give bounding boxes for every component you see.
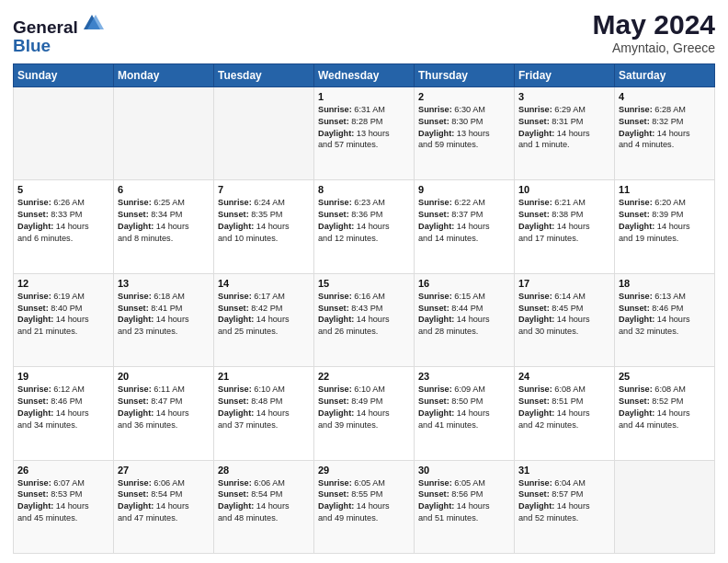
day-info-line: Sunset: 8:32 PM <box>619 116 711 128</box>
logo-text: General <box>13 13 104 38</box>
day-info-line: Sunrise: 6:20 AM <box>619 197 711 209</box>
day-info-line: Sunrise: 6:14 AM <box>518 291 610 303</box>
day-info-line: Sunrise: 6:08 AM <box>518 384 610 396</box>
day-info-line: Sunset: 8:52 PM <box>619 396 711 408</box>
day-info-line: Sunrise: 6:28 AM <box>619 104 711 116</box>
day-number: 17 <box>518 278 610 289</box>
day-info-line: Sunset: 8:37 PM <box>418 209 510 221</box>
day-info-line: and 37 minutes. <box>218 419 310 431</box>
day-info-line: Daylight: 14 hours <box>218 500 310 512</box>
day-info-line: and 45 minutes. <box>17 512 109 524</box>
day-info-line: Sunrise: 6:26 AM <box>17 197 109 209</box>
logo: General Blue <box>13 13 104 56</box>
day-info-line: and 41 minutes. <box>418 419 510 431</box>
header-cell-friday: Friday <box>515 63 615 86</box>
day-info-line: and 59 minutes. <box>418 139 510 151</box>
day-cell: 18Sunrise: 6:13 AMSunset: 8:46 PMDayligh… <box>615 273 715 366</box>
day-info-line: Sunrise: 6:24 AM <box>218 197 310 209</box>
day-number: 10 <box>518 184 610 195</box>
day-number: 3 <box>518 91 610 102</box>
day-info-line: and 42 minutes. <box>518 419 610 431</box>
day-cell: 25Sunrise: 6:08 AMSunset: 8:52 PMDayligh… <box>615 367 715 460</box>
day-cell <box>214 86 314 179</box>
day-number: 2 <box>418 91 510 102</box>
header-cell-wednesday: Wednesday <box>314 63 415 86</box>
day-info-line: Daylight: 14 hours <box>619 221 711 233</box>
day-info-line: Sunrise: 6:07 AM <box>17 477 109 489</box>
day-info-line: Sunrise: 6:25 AM <box>118 197 210 209</box>
day-info-line: and 14 minutes. <box>418 233 510 245</box>
day-info-line: and 49 minutes. <box>318 512 410 524</box>
day-info-line: Daylight: 14 hours <box>418 221 510 233</box>
day-info-line: and 23 minutes. <box>118 326 210 338</box>
day-cell <box>114 86 214 179</box>
day-info-line: Sunset: 8:38 PM <box>518 209 610 221</box>
day-info-line: Sunrise: 6:16 AM <box>318 291 410 303</box>
day-number: 12 <box>17 278 109 289</box>
day-info-line: and 52 minutes. <box>518 512 610 524</box>
day-number: 24 <box>518 371 610 382</box>
day-number: 18 <box>619 278 711 289</box>
day-info-line: Daylight: 14 hours <box>118 408 210 419</box>
day-cell: 28Sunrise: 6:06 AMSunset: 8:54 PMDayligh… <box>214 460 314 553</box>
day-info-line: Daylight: 14 hours <box>518 128 610 140</box>
day-info-line: and 25 minutes. <box>218 326 310 338</box>
day-number: 27 <box>118 465 210 476</box>
day-info-line: and 48 minutes. <box>218 512 310 524</box>
day-info-line: and 8 minutes. <box>118 233 210 245</box>
day-info-line: Daylight: 14 hours <box>619 128 711 140</box>
day-info-line: Daylight: 14 hours <box>17 408 109 419</box>
day-info-line: and 21 minutes. <box>17 326 109 338</box>
day-info-line: Daylight: 14 hours <box>118 500 210 512</box>
day-info-line: and 1 minute. <box>518 139 610 151</box>
header-cell-saturday: Saturday <box>615 63 715 86</box>
day-info-line: Sunset: 8:30 PM <box>418 116 510 128</box>
day-cell: 21Sunrise: 6:10 AMSunset: 8:48 PMDayligh… <box>214 367 314 460</box>
day-info-line: Daylight: 14 hours <box>218 314 310 326</box>
day-info-line: Sunset: 8:48 PM <box>218 396 310 408</box>
day-cell: 23Sunrise: 6:09 AMSunset: 8:50 PMDayligh… <box>415 367 515 460</box>
day-number: 31 <box>518 465 610 476</box>
day-info-line: Sunset: 8:41 PM <box>118 303 210 315</box>
header-cell-sunday: Sunday <box>14 63 114 86</box>
day-cell: 12Sunrise: 6:19 AMSunset: 8:40 PMDayligh… <box>14 273 114 366</box>
day-info-line: Sunset: 8:46 PM <box>17 396 109 408</box>
day-info-line: Daylight: 14 hours <box>17 500 109 512</box>
day-cell: 30Sunrise: 6:05 AMSunset: 8:56 PMDayligh… <box>415 460 515 553</box>
day-cell: 24Sunrise: 6:08 AMSunset: 8:51 PMDayligh… <box>515 367 615 460</box>
day-number: 25 <box>619 371 711 382</box>
day-info-line: Sunset: 8:55 PM <box>318 488 410 500</box>
day-info-line: Sunrise: 6:23 AM <box>318 197 410 209</box>
day-info-line: Sunset: 8:31 PM <box>518 116 610 128</box>
day-info-line: and 19 minutes. <box>619 233 711 245</box>
calendar: SundayMondayTuesdayWednesdayThursdayFrid… <box>13 63 715 554</box>
day-number: 14 <box>218 278 310 289</box>
day-cell: 9Sunrise: 6:22 AMSunset: 8:37 PMDaylight… <box>415 180 515 273</box>
day-cell: 31Sunrise: 6:04 AMSunset: 8:57 PMDayligh… <box>515 460 615 553</box>
day-info-line: and 39 minutes. <box>318 419 410 431</box>
day-info-line: Sunset: 8:42 PM <box>218 303 310 315</box>
day-info-line: Sunrise: 6:31 AM <box>318 104 410 116</box>
day-info-line: Sunrise: 6:08 AM <box>619 384 711 396</box>
day-number: 16 <box>418 278 510 289</box>
day-info-line: and 10 minutes. <box>218 233 310 245</box>
day-info-line: Daylight: 14 hours <box>17 314 109 326</box>
day-info-line: Daylight: 14 hours <box>318 314 410 326</box>
day-cell: 6Sunrise: 6:25 AMSunset: 8:34 PMDaylight… <box>114 180 214 273</box>
day-number: 8 <box>318 184 410 195</box>
day-info-line: Sunset: 8:28 PM <box>318 116 410 128</box>
day-cell: 5Sunrise: 6:26 AMSunset: 8:33 PMDaylight… <box>14 180 114 273</box>
day-info-line: Daylight: 14 hours <box>518 314 610 326</box>
day-info-line: Sunset: 8:53 PM <box>17 488 109 500</box>
day-cell: 1Sunrise: 6:31 AMSunset: 8:28 PMDaylight… <box>314 86 415 179</box>
day-number: 5 <box>17 184 109 195</box>
calendar-table: SundayMondayTuesdayWednesdayThursdayFrid… <box>13 63 715 554</box>
day-cell: 17Sunrise: 6:14 AMSunset: 8:45 PMDayligh… <box>515 273 615 366</box>
day-info-line: Sunrise: 6:13 AM <box>619 291 711 303</box>
header: General Blue May 2024 Amyntaio, Greece <box>13 9 715 56</box>
day-info-line: Sunset: 8:50 PM <box>418 396 510 408</box>
day-cell: 13Sunrise: 6:18 AMSunset: 8:41 PMDayligh… <box>114 273 214 366</box>
day-number: 26 <box>17 465 109 476</box>
day-cell: 22Sunrise: 6:10 AMSunset: 8:49 PMDayligh… <box>314 367 415 460</box>
day-cell: 19Sunrise: 6:12 AMSunset: 8:46 PMDayligh… <box>14 367 114 460</box>
